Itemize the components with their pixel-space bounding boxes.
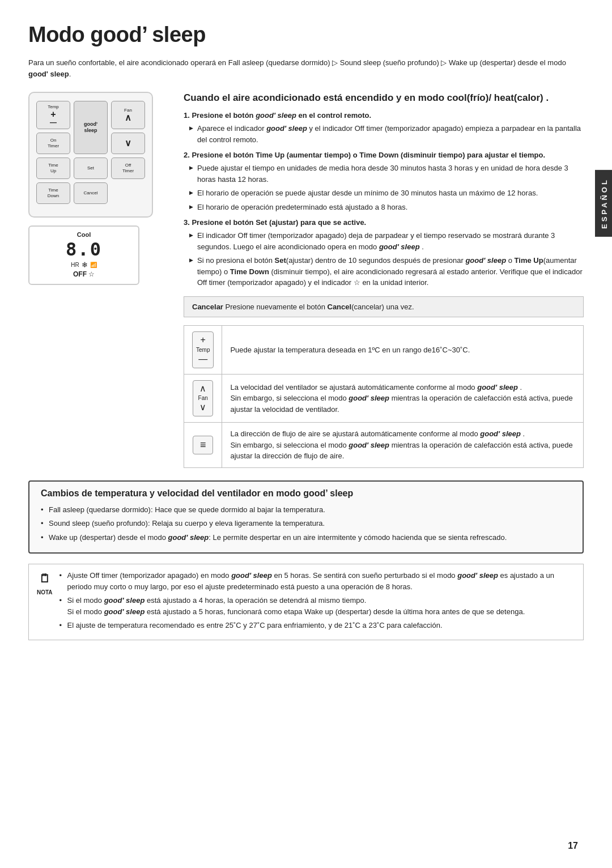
bottom-dot-list: Fall asleep (quedarse dormido): Hace que… (41, 504, 571, 543)
on-timer-button: On Timer (36, 133, 70, 154)
sidebar-label: ESPAÑOL (595, 170, 612, 237)
nota-box: 🗒 NOTA Ajuste Off timer (temporizador ap… (28, 564, 584, 640)
bottom-title: Cambios de temperatura y velocidad del v… (41, 488, 571, 499)
nota-content: Ajuste Off timer (temporizador apagado) … (60, 570, 575, 634)
step-1-bullets: Aparece el indicador good' sleep y el in… (184, 123, 584, 145)
page-title: Modo good’ sleep (28, 23, 584, 47)
bottom-item-1: Fall asleep (quedarse dormido): Hace que… (41, 504, 571, 516)
flow-icon-cell: ≡ (184, 423, 222, 468)
step-2: 2. Presione el botón Time Up (aumentar t… (184, 151, 584, 212)
nota-icon: 🗒 NOTA (37, 570, 53, 634)
flow-text: La dirección de flujo de aire se ajustar… (222, 423, 584, 468)
temp-icon: + Temp — (192, 331, 214, 368)
step-3-label: 3. Presione el botón Set (ajustar) para … (184, 218, 584, 227)
nota-item-1: Ajuste Off timer (temporizador apagado) … (60, 570, 575, 592)
display-cool-label: Cool (36, 231, 131, 238)
bottom-item-2: Sound sleep (sueño profundo): Relaja su … (41, 518, 571, 529)
flow-icon: ≡ (193, 436, 213, 454)
bullet-3-2: Si no presiona el botón Set(ajustar) den… (189, 255, 584, 288)
bottom-item-3: Wake up (despertar) desde el modo good' … (41, 532, 571, 543)
fan-up-button: Fan ∧ (111, 101, 145, 129)
bullet-1-1: Aparece el indicador good' sleep y el in… (189, 123, 584, 145)
nota-item-3: El ajuste de temperatura recomendado es … (60, 620, 575, 631)
fan-icon: ∧ Fan ∨ (193, 380, 213, 417)
plus-button: Temp + — (36, 101, 70, 129)
step-2-bullets: Puede ajustar el tiempo en unidades de m… (184, 163, 584, 212)
temp-text: Puede ajustar la temperatura deseada en … (222, 326, 584, 375)
page-number: 17 (568, 841, 578, 851)
bullet-3-1: El indicador Off timer (temporizador apa… (189, 230, 584, 252)
left-panel: Temp + — good' sleep Fan ∧ On Timer (28, 92, 170, 468)
section1-title: Cuando el aire acondicionado está encend… (184, 92, 584, 104)
nota-item-2: Si el modo good' sleep está ajustado a 4… (60, 595, 575, 617)
step-1: 1. Presione el botón good' sleep en el c… (184, 111, 584, 145)
bullet-2-3: El horario de operación predeterminado e… (189, 202, 584, 213)
intro-text: Para un sueño confortable, el aire acond… (28, 57, 584, 79)
step-3: 3. Presione el botón Set (ajustar) para … (184, 218, 584, 288)
remote-control: Temp + — good' sleep Fan ∧ On Timer (28, 92, 153, 218)
nota-list: Ajuste Off timer (temporizador apagado) … (60, 570, 575, 631)
steps-list: 1. Presione el botón good' sleep en el c… (184, 111, 584, 288)
step-2-label: 2. Presione el botón Time Up (aumentar t… (184, 151, 584, 159)
bullet-2-2: El horario de operación se puede ajustar… (189, 188, 584, 199)
display-digits: 8.0 (36, 240, 131, 258)
temp-icon-cell: + Temp — (184, 326, 222, 375)
bottom-section: Cambios de temperatura y velocidad del v… (28, 480, 584, 554)
display-off-label: OFF ☆ (36, 270, 131, 278)
right-panel: Cuando el aire acondicionado está encend… (184, 92, 584, 468)
cancel-box: Cancelar Presione nuevamente el botón Ca… (184, 296, 584, 318)
step-1-label: 1. Presione el botón good' sleep en el c… (184, 111, 584, 120)
off-timer-button: Off Timer (111, 158, 145, 179)
step-3-bullets: El indicador Off timer (temporizador apa… (184, 230, 584, 288)
good-sleep-button: good' sleep (74, 101, 108, 154)
info-table: + Temp — Puede ajustar la temperatura de… (184, 325, 584, 468)
table-row-temp: + Temp — Puede ajustar la temperatura de… (184, 326, 584, 375)
fan-down-button: ∨ (111, 133, 145, 154)
set-button: Set (74, 158, 108, 179)
display-icons-row: HR ❄ 📶 (36, 261, 131, 269)
bullet-2-1: Puede ajustar el tiempo en unidades de m… (189, 163, 584, 185)
time-up-button: Time Up (36, 158, 70, 179)
fan-text: La velocidad del ventilador se ajustará … (222, 374, 584, 423)
time-down-button: Time Down (36, 182, 70, 204)
cancel-button: Cancel (74, 182, 108, 204)
fan-icon-cell: ∧ Fan ∨ (184, 374, 222, 423)
table-row-fan: ∧ Fan ∨ La velocidad del ventilador se a… (184, 374, 584, 423)
table-row-flow: ≡ La dirección de flujo de aire se ajust… (184, 423, 584, 468)
display-screen: Cool 8.0 HR ❄ 📶 OFF ☆ (28, 225, 139, 285)
